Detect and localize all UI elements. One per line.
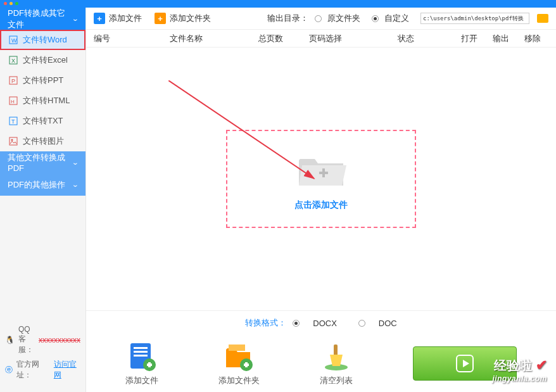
doc-label[interactable]: DOC (379, 319, 397, 328)
column-headers: 编号 文件名称 总页数 页码选择 状态 打开 输出 移除 (86, 30, 556, 47)
col-pages: 总页数 (258, 33, 309, 44)
radio-original[interactable] (315, 15, 322, 22)
item-label: 文件转HTML (23, 95, 70, 106)
col-filename: 文件名称 (170, 33, 258, 44)
svg-text:W: W (11, 37, 17, 44)
docx-label[interactable]: DOCX (313, 319, 337, 328)
drop-label: 点击添加文件 (294, 199, 348, 211)
chevron-down-icon: ⌄ (72, 159, 79, 166)
drop-zone[interactable]: 点击添加文件 (226, 130, 416, 228)
col-index: 编号 (94, 33, 170, 44)
item-to-excel[interactable]: X 文件转Excel (0, 50, 85, 70)
item-to-word[interactable]: W 文件转Word (0, 30, 85, 50)
section-pdf-other-ops[interactable]: PDF的其他操作 ⌄ (0, 174, 85, 196)
svg-text:P: P (11, 78, 15, 84)
globe-icon: ⓔ (5, 365, 13, 376)
start-convert-button[interactable] (413, 346, 517, 381)
qq-label: QQ 客服： (18, 325, 35, 355)
radio-custom-label[interactable]: 自定义 (384, 13, 409, 24)
excel-icon: X (9, 56, 18, 65)
chevron-down-icon: ⌄ (72, 181, 79, 188)
svg-rect-17 (134, 351, 148, 353)
close-dot[interactable] (4, 2, 7, 5)
svg-text:T: T (11, 118, 15, 125)
svg-text:X: X (11, 58, 15, 64)
svg-rect-16 (134, 347, 148, 349)
txt-icon: T (9, 117, 18, 125)
item-to-html[interactable]: H 文件转HTML (0, 91, 85, 111)
svg-rect-10 (9, 137, 17, 145)
file-list-area: 点击添加文件 (86, 47, 556, 310)
section-label: PDF转换成其它文件 (8, 8, 73, 30)
ppt-icon: P (9, 76, 18, 85)
item-label: 文件转图片 (23, 136, 64, 147)
action-label: 添加文件 (125, 375, 158, 386)
qq-value: xxxxxxxxxxx (39, 336, 80, 345)
qq-icon: 🐧 (5, 336, 15, 345)
item-to-image[interactable]: 文件转图片 (0, 131, 85, 151)
output-path-input[interactable] (420, 13, 529, 24)
minimize-dot[interactable] (9, 2, 13, 5)
add-folder-label[interactable]: 添加文件夹 (170, 13, 211, 24)
main-area: + 添加文件 + 添加文件夹 输出目录： 原文件夹 自定义 编号 文件名称 总页… (85, 8, 556, 392)
footer-area: 转换格式： DOCX DOC 添加文件 添加文件夹 清空列表 (86, 310, 556, 392)
radio-custom[interactable] (372, 15, 379, 22)
sidebar: PDF转换成其它文件 ⌄ W 文件转Word X 文件转Excel P 文件转P… (0, 8, 85, 392)
action-label: 清空列表 (320, 375, 353, 386)
radio-docx[interactable] (293, 320, 300, 327)
action-clear[interactable]: 清空列表 (320, 341, 353, 386)
col-range: 页码选择 (309, 33, 398, 44)
action-label: 添加文件夹 (218, 375, 260, 386)
svg-rect-21 (148, 362, 151, 367)
site-link[interactable]: 访问官网 (54, 359, 80, 381)
action-add-folder[interactable]: 添加文件夹 (218, 341, 260, 386)
format-label: 转换格式： (245, 317, 286, 329)
action-row: 添加文件 添加文件夹 清空列表 (86, 335, 556, 392)
svg-rect-25 (245, 362, 248, 367)
svg-point-11 (11, 139, 13, 141)
folder-plus-icon (293, 148, 350, 192)
add-file-icon[interactable]: + (94, 13, 105, 24)
svg-rect-14 (322, 168, 325, 177)
sidebar-footer: 🐧 QQ 客服： xxxxxxxxxxx ⓔ 官方网址： 访问官网 (0, 315, 85, 392)
format-row: 转换格式： DOCX DOC (86, 311, 556, 335)
add-file-label[interactable]: 添加文件 (109, 13, 142, 24)
toolbar: + 添加文件 + 添加文件夹 输出目录： 原文件夹 自定义 (86, 8, 556, 30)
col-output: 输出 (493, 33, 524, 44)
browse-folder-icon[interactable] (537, 14, 548, 23)
action-add-file[interactable]: 添加文件 (125, 341, 158, 386)
chevron-down-icon: ⌄ (72, 15, 79, 22)
svg-text:H: H (11, 99, 15, 104)
item-label: 文件转TXT (23, 115, 63, 127)
image-icon (9, 137, 18, 146)
section-label: 其他文件转换成PDF (8, 152, 73, 173)
svg-rect-27 (334, 345, 338, 356)
svg-rect-18 (134, 355, 148, 357)
col-open: 打开 (461, 33, 493, 44)
titlebar (0, 0, 556, 8)
html-icon: H (9, 96, 18, 105)
add-file-big-icon (127, 341, 157, 371)
add-folder-icon[interactable]: + (155, 13, 166, 24)
section-other-to-pdf[interactable]: 其他文件转换成PDF ⌄ (0, 151, 85, 174)
site-label: 官方网址： (16, 359, 50, 381)
svg-rect-22 (229, 345, 245, 351)
play-icon (455, 354, 474, 373)
item-label: 文件转Excel (23, 54, 68, 66)
radio-original-label[interactable]: 原文件夹 (327, 13, 360, 24)
word-icon: W (9, 35, 18, 44)
item-label: 文件转PPT (23, 75, 63, 86)
section-label: PDF的其他操作 (8, 179, 65, 191)
col-remove: 移除 (524, 33, 556, 44)
item-label: 文件转Word (23, 34, 67, 46)
add-folder-big-icon (224, 341, 254, 371)
radio-doc[interactable] (358, 320, 365, 327)
section-pdf-to-other[interactable]: PDF转换成其它文件 ⌄ (0, 8, 85, 30)
col-status: 状态 (398, 33, 461, 44)
item-to-txt[interactable]: T 文件转TXT (0, 111, 85, 131)
maximize-dot[interactable] (15, 2, 18, 5)
clear-icon (321, 341, 351, 371)
item-to-ppt[interactable]: P 文件转PPT (0, 70, 85, 91)
output-label: 输出目录： (267, 13, 308, 24)
